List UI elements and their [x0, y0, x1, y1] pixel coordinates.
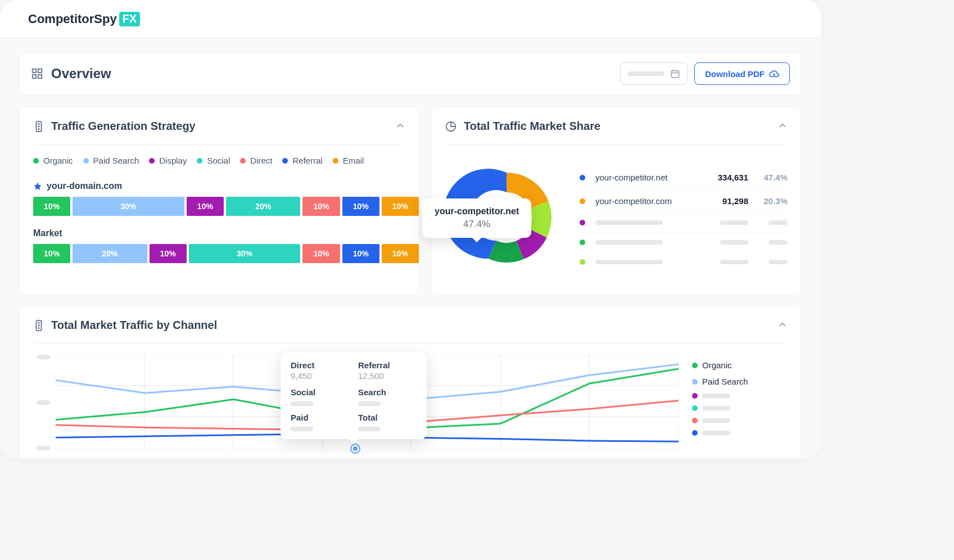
dot-icon	[692, 430, 698, 436]
page-actions: Download PDF	[620, 62, 790, 85]
collapse-toggle[interactable]	[777, 319, 788, 332]
bar-segment-direct[interactable]: 10%	[302, 197, 340, 216]
bar-segment-referral[interactable]: 10%	[342, 197, 379, 216]
bar-segment-paid[interactable]: 30%	[73, 197, 184, 216]
share-name	[595, 220, 692, 225]
page-header: Overview Download PDF	[19, 52, 802, 96]
dot-icon	[282, 158, 288, 164]
brand-logo: CompetitorSpy FX	[28, 12, 140, 26]
market-share-row[interactable]: your-competitor.net334,63147.4%	[580, 166, 788, 189]
share-percent	[754, 260, 788, 264]
market-share-row[interactable]	[580, 213, 788, 233]
legend-item	[692, 402, 788, 414]
legend-placeholder	[702, 406, 730, 410]
line-chart[interactable]: Direct 9,450 Referral 12,500 Social S	[56, 355, 679, 450]
dot-icon	[580, 198, 585, 204]
dot-icon	[240, 158, 246, 164]
app-window: CompetitorSpy FX Overview	[0, 0, 821, 458]
market-share-row[interactable]	[580, 233, 788, 252]
bar-segment-email[interactable]: 10%	[382, 244, 419, 263]
bar-segment-display[interactable]: 10%	[187, 197, 224, 216]
tooltip-label: Total	[358, 413, 417, 422]
share-name: your-competitor.net	[595, 173, 692, 182]
dot-icon	[580, 220, 585, 225]
legend-item: Social	[197, 156, 230, 165]
tooltip-label: Search	[358, 387, 417, 397]
bar-segment-paid[interactable]: 20%	[73, 244, 147, 263]
bar-group: your-domain.com10%30%10%20%10%10%10%	[33, 181, 405, 216]
share-percent	[754, 220, 788, 225]
tooltip-value: 12,500	[358, 371, 417, 381]
dot-icon	[580, 175, 585, 180]
share-value	[698, 240, 748, 245]
legend-item: Referral	[282, 156, 322, 165]
tooltip-value: 9,450	[291, 371, 349, 381]
legend-label: Paid Search	[93, 156, 139, 165]
legend-item	[692, 427, 788, 439]
legend-item: Paid Search	[692, 373, 788, 390]
bar-segment-referral[interactable]: 10%	[342, 244, 379, 263]
tooltip-cell: Paid	[291, 413, 349, 431]
card-market-share: Total Traffic Market Share	[431, 107, 802, 295]
bar-segment-display[interactable]: 10%	[150, 244, 187, 263]
bar-segment-social[interactable]: 20%	[226, 197, 300, 216]
legend-item: Display	[149, 156, 187, 165]
bar-segment-social[interactable]: 30%	[189, 244, 301, 263]
chevron-up-icon	[395, 120, 405, 130]
chevron-up-icon	[777, 319, 788, 329]
donut-chart[interactable]: your-competitor.net 47.4%	[445, 156, 568, 282]
chart-highlight-point	[351, 445, 359, 453]
card-header: Traffic Generation Strategy	[33, 120, 405, 144]
bar-segment-organic[interactable]: 10%	[33, 197, 70, 216]
y-axis-placeholder	[37, 355, 50, 450]
bar-segment-email[interactable]: 10%	[382, 197, 419, 216]
dot-icon	[580, 259, 585, 265]
share-name	[595, 260, 692, 264]
dot-icon	[149, 158, 155, 164]
share-percent: 20.3%	[754, 196, 788, 206]
legend-item: Paid Search	[83, 156, 139, 165]
collapse-toggle[interactable]	[777, 120, 788, 133]
bar-segment-organic[interactable]: 10%	[33, 244, 70, 263]
bar-group-label: Market	[33, 228, 405, 238]
legend-placeholder	[702, 394, 730, 398]
dot-icon	[197, 158, 202, 164]
stacked-bar[interactable]: 10%20%10%30%10%10%10%	[33, 244, 405, 263]
tooltip-cell: Social	[291, 387, 349, 406]
dot-icon	[692, 363, 698, 368]
legend-item: Organic	[692, 357, 788, 373]
card-title-text: Traffic Generation Strategy	[51, 120, 196, 133]
dot-icon	[580, 240, 585, 245]
tooltip-label: Referral	[358, 360, 417, 370]
line-chart-body: Direct 9,450 Referral 12,500 Social S	[33, 355, 788, 450]
bar-group-name: Market	[33, 228, 62, 238]
download-pdf-button[interactable]: Download PDF	[694, 62, 790, 85]
svg-point-14	[38, 322, 39, 323]
bar-group-name: your-domain.com	[47, 181, 122, 191]
stacked-bar[interactable]: 10%30%10%20%10%10%10%	[33, 197, 405, 216]
bar-segment-direct[interactable]: 10%	[302, 244, 340, 263]
svg-rect-3	[38, 75, 42, 78]
share-value: 91,298	[698, 196, 748, 206]
legend-label: Paid Search	[702, 377, 748, 386]
donut-tooltip: your-competitor.net 47.4%	[422, 198, 531, 238]
collapse-toggle[interactable]	[395, 120, 405, 133]
market-share-list: your-competitor.net334,63147.4%your-comp…	[580, 166, 788, 272]
download-pdf-label: Download PDF	[705, 69, 765, 79]
legend-placeholder	[702, 418, 730, 423]
market-share-row[interactable]	[580, 252, 788, 272]
market-share-body: your-competitor.net 47.4% your-competito…	[445, 156, 788, 282]
market-share-row[interactable]: your-competitor.com91,29820.3%	[580, 189, 788, 213]
tooltip-placeholder	[291, 427, 313, 431]
dot-icon	[33, 158, 39, 164]
legend-label: Display	[159, 156, 187, 165]
tooltip-cell: Referral 12,500	[358, 360, 417, 381]
date-range-button[interactable]	[620, 62, 688, 85]
pie-chart-icon	[445, 120, 457, 133]
svg-rect-1	[38, 69, 42, 73]
stacked-bar-groups: your-domain.com10%30%10%20%10%10%10%Mark…	[33, 181, 405, 263]
tooltip-cell: Direct 9,450	[291, 360, 349, 381]
share-percent: 47.4%	[754, 173, 788, 182]
tooltip-label: Paid	[291, 413, 349, 422]
svg-point-10	[38, 125, 39, 127]
